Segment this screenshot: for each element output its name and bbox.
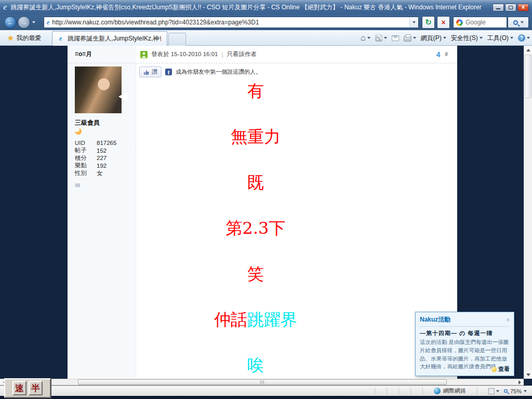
post-header-row: =o=月 發表於 15-10-2010 16:01 | 只看該作者 4 # (68, 46, 457, 63)
post-date: 發表於 15-10-2010 16:01 (151, 50, 218, 58)
favorites-button[interactable]: ★ 我的最愛 (3, 32, 46, 44)
post-text-line: 無重力 (136, 114, 375, 160)
message-envelope-icon[interactable]: ✉ (75, 182, 80, 189)
triangle-right-icon (518, 380, 521, 384)
help-button[interactable]: ? (518, 34, 530, 42)
chevron-down-icon (384, 37, 387, 39)
user-info-panel: 三級會員 UID817265帖子152積分227樂點192性別女 ✉ (68, 63, 136, 378)
user-stat-row: UID817265 (75, 139, 116, 147)
back-button[interactable]: ← (4, 16, 17, 29)
popup-title: Nakuz活動 (420, 315, 506, 324)
new-tab-stub[interactable] (168, 33, 186, 46)
post-text-line: 仲話跳躍界 (136, 297, 375, 343)
home-button[interactable]: ⌂ (361, 34, 370, 42)
popup-close-icon[interactable]: × (506, 316, 510, 324)
post-text-line: 第2.3下 (136, 206, 375, 251)
feeds-button[interactable] (375, 34, 387, 42)
view-author-link[interactable]: 只看該作者 (227, 50, 257, 58)
nakuz-activity-popup: Nakuz活動 × —第十四期— の 每週一猜 這次的活動 是由版主們每週出一張… (415, 312, 514, 376)
chevron-down-icon (524, 390, 527, 392)
navigation-bar: ← → e http://www.nakuz.com/bbs/viewthrea… (0, 15, 532, 30)
user-stat-row: 積分227 (75, 154, 116, 162)
maximize-button[interactable] (505, 4, 516, 11)
ime-input-mode-button[interactable]: 速 (12, 381, 26, 395)
stop-button[interactable]: × (437, 16, 450, 29)
post-text-segment: 仲話 (214, 309, 247, 331)
stat-label: 積分 (75, 154, 97, 162)
vertical-scrollbar-thumb[interactable] (525, 55, 531, 98)
horizontal-scrollbar[interactable] (0, 379, 524, 385)
post-text-segment: 笑 (247, 263, 264, 286)
menu-tools[interactable]: 工具(O) (487, 34, 513, 43)
divider (398, 388, 399, 394)
title-bar: e 跳躍界誕生新人,JumpStyleIKz,神雀告別cso,KreedzlJu… (0, 0, 532, 15)
zoom-control[interactable]: 75% (503, 388, 527, 394)
zoom-magnifier-icon (504, 389, 508, 393)
forward-button[interactable]: → (18, 16, 30, 29)
menu-page[interactable]: 網頁(P) (421, 34, 446, 43)
address-dropdown-button[interactable] (409, 17, 418, 28)
user-stat-row: 樂點192 (75, 162, 116, 170)
horizontal-scrollbar-thumb[interactable] (78, 379, 447, 385)
status-cells: 網際網路 75% (369, 387, 532, 395)
tab-active[interactable]: e 跳躍界誕生新人,JumpStyleIKz,神雀告別cso,Kreedzl..… (52, 31, 167, 46)
post-text-line: 既 (136, 160, 375, 206)
post-text-segment: 跳躍界 (247, 309, 297, 331)
scrollbar-down-button[interactable] (524, 370, 532, 379)
triangle-down-icon (526, 374, 530, 376)
close-button[interactable]: × (517, 4, 529, 11)
chevron-down-icon (480, 37, 483, 39)
post-number-hash: # (445, 51, 448, 57)
print-button[interactable] (404, 34, 416, 42)
post-meta: 發表於 15-10-2010 16:01 | 只看該作者 4 # (136, 46, 457, 63)
search-input[interactable] (466, 19, 503, 26)
post-text-segment: 唉 (247, 354, 264, 377)
popup-view-link[interactable]: 查看 (491, 365, 510, 373)
user-avatar[interactable] (75, 66, 122, 113)
divider (375, 388, 375, 394)
post-author-name[interactable]: =o=月 (68, 46, 136, 63)
history-dropdown-icon[interactable] (32, 21, 35, 23)
user-stats: UID817265帖子152積分227樂點192性別女 (75, 139, 116, 177)
window-controls: × (493, 4, 529, 11)
post-content-text: 有無重力既第2.3下笑仲話跳躍界唉 (136, 69, 375, 379)
chevron-down-icon (413, 37, 416, 39)
address-bar[interactable]: e http://www.nakuz.com/bbs/viewthread.ph… (44, 17, 419, 28)
search-button[interactable] (508, 17, 529, 28)
bubble-arrow (118, 91, 127, 102)
tab-favicon-icon: e (59, 35, 62, 43)
stat-value: 227 (97, 155, 107, 161)
zone-label: 網際網路 (443, 387, 466, 395)
status-bar: 完成 網際網路 75% (0, 385, 532, 396)
home-icon: ⌂ (361, 34, 366, 42)
url-text[interactable]: http://www.nakuz.com/bbs/viewthread.php?… (52, 19, 409, 26)
maximize-icon (509, 6, 513, 9)
minimize-button[interactable] (493, 4, 504, 11)
search-dropdown-icon[interactable] (521, 21, 524, 23)
stat-value: 女 (97, 169, 103, 177)
mail-icon (392, 35, 399, 41)
chevron-down-icon[interactable] (496, 390, 499, 392)
search-box[interactable] (453, 17, 507, 28)
chevron-down-icon (367, 37, 370, 39)
user-group-label: 三級會員 (75, 118, 100, 127)
menu-page-label: 網頁(P) (421, 34, 442, 43)
user-stat-row: 性別女 (75, 169, 116, 177)
post-text-segment: 既 (247, 171, 264, 194)
chevron-down-icon (527, 37, 530, 39)
compatibility-view-icon[interactable] (488, 388, 495, 394)
menu-safety[interactable]: 安全性(S) (451, 34, 483, 43)
refresh-button[interactable]: ↻ (422, 16, 435, 29)
read-mail-button[interactable] (392, 35, 399, 41)
scrollbar-right-button[interactable] (515, 379, 524, 385)
stat-label: 帖子 (75, 147, 97, 154)
scrollbar-up-button[interactable] (524, 46, 532, 54)
ime-halfwidth-button[interactable]: 半 (29, 381, 43, 395)
security-zone: 網際網路 (434, 387, 466, 395)
minimize-icon (496, 8, 500, 9)
stat-label: UID (75, 140, 97, 146)
user-stat-row: 帖子152 (75, 147, 116, 155)
vertical-scrollbar[interactable] (524, 46, 532, 379)
bottom-strip (0, 396, 532, 399)
stat-value: 152 (97, 148, 107, 154)
